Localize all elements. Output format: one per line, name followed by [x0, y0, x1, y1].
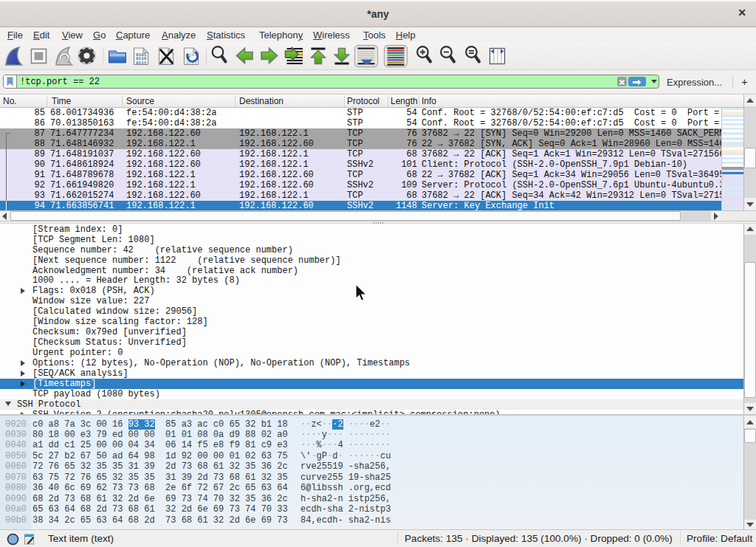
svg-text:0111: 0111	[136, 61, 147, 66]
